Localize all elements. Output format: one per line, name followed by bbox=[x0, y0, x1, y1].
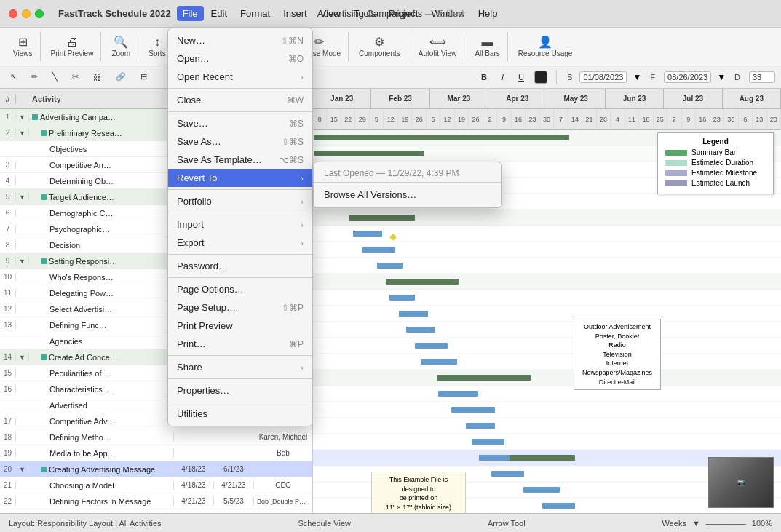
gantt-week: 14 bbox=[568, 109, 582, 130]
row-activity: Preliminary Resea… bbox=[29, 129, 174, 138]
table-row[interactable]: 22 Defining Factors in Message 4/21/23 5… bbox=[0, 493, 312, 509]
row-expand[interactable]: ▼ bbox=[16, 466, 29, 473]
row-activity: Psychographic… bbox=[29, 225, 174, 234]
table-row[interactable]: 19 Media to be App… Bob bbox=[0, 445, 312, 461]
menu-entry-export[interactable]: Export › bbox=[168, 234, 312, 252]
row-activity: Determining Ob… bbox=[29, 177, 174, 186]
menu-edit[interactable]: Edit bbox=[205, 6, 233, 21]
menu-entry-revert-to[interactable]: Revert To › bbox=[168, 169, 312, 187]
menu-entry-page-setup[interactable]: Page Setup… ⇧⌘P bbox=[168, 298, 312, 317]
row-activity: Advertising Campa… bbox=[29, 113, 174, 122]
close-button[interactable] bbox=[9, 9, 17, 18]
password-label: Password… bbox=[177, 261, 228, 271]
row-expand[interactable]: ▼ bbox=[16, 354, 29, 361]
menu-entry-portfolio[interactable]: Portfolio › bbox=[168, 192, 312, 210]
zoom-slider[interactable]: ————— bbox=[706, 519, 746, 528]
menu-entry-save-as-template[interactable]: Save As Template… ⌥⌘S bbox=[168, 151, 312, 169]
menu-file[interactable]: File bbox=[177, 6, 204, 21]
pencil-tool[interactable]: ✏ bbox=[27, 71, 42, 83]
sorts-button[interactable]: ↕ Sorts bbox=[144, 33, 170, 60]
row-activity: Advertised bbox=[29, 401, 174, 410]
svg-rect-3 bbox=[313, 274, 781, 290]
menu-entry-save-as[interactable]: Save As… ⇧⌘S bbox=[168, 132, 312, 151]
row-expand[interactable]: ▼ bbox=[16, 194, 29, 201]
file-menu-section10: Utilities bbox=[168, 405, 312, 423]
all-bars-button[interactable]: ▬ All Bars bbox=[470, 33, 504, 60]
menu-entry-new[interactable]: New… ⇧⌘N bbox=[168, 31, 312, 49]
print-preview-group: 🖨 Print Preview bbox=[44, 32, 102, 61]
menu-entry-import[interactable]: Import › bbox=[168, 215, 312, 234]
line-tool[interactable]: ╲ bbox=[48, 71, 62, 83]
unlink-tool[interactable]: 🔗 bbox=[111, 71, 130, 83]
views-button[interactable]: ⊞ Views bbox=[9, 32, 37, 60]
outdoor-note-line: Direct e-Mail bbox=[579, 378, 656, 387]
split-tool[interactable]: ⊟ bbox=[136, 71, 151, 83]
revert-submenu[interactable]: Last Opened — 11/29/22, 4:39 PM Browse A… bbox=[313, 162, 502, 208]
menu-entry-print[interactable]: Print… ⌘P bbox=[168, 335, 312, 353]
zoom-button[interactable]: 🔍 Zoom bbox=[107, 32, 135, 60]
components-button[interactable]: ⚙ Components bbox=[354, 32, 405, 60]
svg-rect-36 bbox=[349, 215, 415, 221]
start-date-input[interactable]: 01/08/2023 bbox=[579, 71, 627, 83]
row-expand[interactable]: ▼ bbox=[16, 258, 29, 265]
calendar2-icon[interactable]: ▼ bbox=[717, 72, 726, 82]
italic-button[interactable]: I bbox=[497, 71, 508, 83]
menu-entry-close[interactable]: Close ⌘W bbox=[168, 91, 312, 109]
svg-rect-32 bbox=[314, 151, 424, 156]
view-info: Schedule View bbox=[298, 519, 351, 528]
row-finish: 6/1/23 bbox=[214, 465, 254, 473]
duration-input[interactable]: 33 bbox=[749, 71, 775, 83]
link-tool[interactable]: ⛓ bbox=[89, 71, 106, 83]
svg-rect-39 bbox=[362, 247, 395, 253]
row-expand[interactable]: ▼ bbox=[16, 130, 29, 137]
menu-entry-save[interactable]: Save… ⌘S bbox=[168, 114, 312, 132]
autofit-button[interactable]: ⟺ Autofit View bbox=[414, 32, 461, 60]
color-swatch[interactable] bbox=[534, 71, 547, 84]
svg-rect-46 bbox=[421, 359, 457, 365]
close-label: Close bbox=[177, 95, 201, 106]
menu-entry-password[interactable]: Password… bbox=[168, 257, 312, 275]
menu-bar: File Edit Format Insert View Tools Proje… bbox=[177, 6, 772, 21]
calendar-icon[interactable]: ▼ bbox=[633, 72, 641, 82]
menu-entry-page-options[interactable]: Page Options… bbox=[168, 280, 312, 298]
table-row[interactable]: 21 Choosing a Model 4/18/23 4/21/23 CEO bbox=[0, 477, 312, 493]
maximize-button[interactable] bbox=[35, 9, 44, 18]
browse-all-versions[interactable]: Browse All Versions… bbox=[314, 185, 501, 205]
table-row[interactable]: 20 ▼ Creating Advertising Message 4/18/2… bbox=[0, 461, 312, 477]
row-resp: Karen, Michael bbox=[254, 433, 312, 441]
timescale-dropdown[interactable]: ▼ bbox=[692, 519, 700, 528]
row-finish: 4/21/23 bbox=[214, 481, 254, 489]
gantt-week: 29 bbox=[355, 109, 369, 130]
menu-insert[interactable]: Insert bbox=[277, 6, 313, 21]
row-expand[interactable]: ▼ bbox=[16, 114, 29, 121]
print-label: Print… bbox=[177, 338, 206, 349]
outdoor-note-line: Television bbox=[579, 350, 656, 360]
menu-entry-open[interactable]: Open… ⌘O bbox=[168, 49, 312, 68]
tooltip-line: 11" × 17" (tabloid size) paper, in bbox=[376, 503, 461, 513]
menu-entry-properties[interactable]: Properties… bbox=[168, 381, 312, 400]
underline-button[interactable]: U bbox=[514, 71, 528, 83]
shortcut-new: ⇧⌘N bbox=[281, 36, 304, 46]
svg-rect-56 bbox=[523, 487, 560, 493]
menu-entry-share[interactable]: Share › bbox=[168, 358, 312, 376]
menu-entry-print-preview[interactable]: Print Preview bbox=[168, 317, 312, 335]
bold-button[interactable]: B bbox=[477, 71, 491, 83]
finish-date-input[interactable]: 08/26/2023 bbox=[664, 71, 711, 83]
gantt-week: 9 bbox=[497, 109, 511, 130]
print-preview-button[interactable]: 🖨 Print Preview bbox=[47, 33, 98, 60]
menu-entry-utilities[interactable]: Utilities bbox=[168, 405, 312, 423]
table-row[interactable]: Development bbox=[0, 509, 312, 513]
last-opened-text: Last Opened bbox=[324, 168, 374, 178]
table-row[interactable]: 18 Defining Metho… Karen, Michael bbox=[0, 429, 312, 445]
pointer-tool[interactable]: ↖ bbox=[6, 71, 21, 83]
menu-help[interactable]: Help bbox=[472, 6, 504, 21]
menu-entry-open-recent[interactable]: Open Recent › bbox=[168, 68, 312, 86]
menu-format[interactable]: Format bbox=[234, 6, 276, 21]
file-menu[interactable]: New… ⇧⌘N Open… ⌘O Open Recent › Close ⌘W… bbox=[167, 28, 313, 426]
minimize-button[interactable] bbox=[22, 9, 31, 18]
resource-usage-button[interactable]: 👤 Resource Usage bbox=[514, 32, 576, 60]
file-menu-section2: Close ⌘W bbox=[168, 91, 312, 109]
gantt-week: 6 bbox=[739, 109, 753, 130]
cut-tool[interactable]: ✂ bbox=[68, 71, 83, 83]
row-finish: 5/5/23 bbox=[214, 497, 254, 505]
